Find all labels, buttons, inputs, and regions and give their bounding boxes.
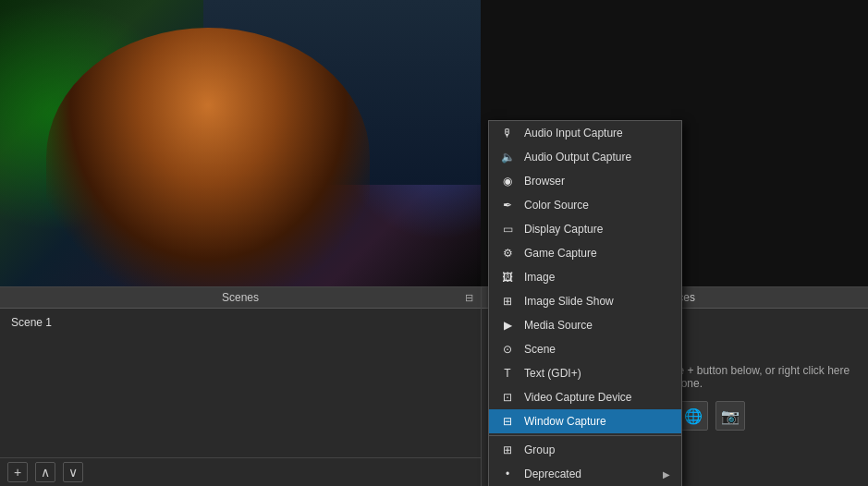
context-menu-item-audio-input-capture[interactable]: 🎙Audio Input Capture (489, 121, 681, 145)
context-menu-item-group[interactable]: ⊞Group (489, 438, 681, 462)
context-menu-item-media-source[interactable]: ▶Media Source (489, 313, 681, 337)
context-menu-item-window-capture[interactable]: ⊟Window Capture (489, 409, 681, 433)
window-capture-icon: ⊟ (500, 414, 515, 429)
context-menu-separator-1 (489, 435, 681, 436)
scenes-panel-title: Scenes (222, 291, 259, 304)
game-capture-icon: ⚙ (500, 246, 515, 261)
scenes-panel: Scenes ⊟ Scene 1 + ∧ ∨ (0, 286, 481, 486)
add-camera-source-button[interactable]: 📷 (715, 401, 745, 431)
scenes-panel-header: Scenes ⊟ (0, 287, 481, 309)
add-browser-source-button[interactable]: 🌐 (679, 401, 708, 431)
audio-output-capture-label: Audio Output Capture (524, 151, 670, 164)
media-source-icon: ▶ (500, 318, 515, 333)
display-capture-icon: ▭ (500, 222, 515, 237)
browser-label: Browser (524, 175, 670, 188)
scenes-panel-content: Scene 1 (0, 309, 481, 457)
audio-input-capture-icon: 🎙 (500, 126, 515, 140)
context-menu-item-image[interactable]: 🖼Image (489, 265, 681, 289)
person-silhouette (46, 28, 370, 286)
context-menu-item-browser[interactable]: ◉Browser (489, 169, 681, 193)
video-capture-device-label: Video Capture Device (524, 391, 670, 404)
group-icon: ⊞ (500, 443, 515, 457)
audio-output-capture-icon: 🔈 (500, 150, 515, 164)
text-gdi-label: Text (GDI+) (524, 367, 670, 380)
add-scene-button[interactable]: + (7, 462, 28, 482)
scene-item-1[interactable]: Scene 1 (4, 312, 477, 333)
text-gdi-icon: T (500, 366, 515, 381)
window-capture-label: Window Capture (524, 415, 670, 428)
game-capture-label: Game Capture (524, 247, 670, 260)
move-scene-down-button[interactable]: ∨ (63, 462, 83, 482)
video-capture-device-icon: ⊡ (500, 390, 515, 405)
scenes-panel-icon: ⊟ (465, 292, 473, 304)
color-source-label: Color Source (524, 199, 670, 212)
context-menu-item-display-capture[interactable]: ▭Display Capture (489, 217, 681, 241)
image-label: Image (524, 271, 670, 284)
image-slide-show-label: Image Slide Show (524, 295, 670, 308)
context-menu-item-image-slide-show[interactable]: ⊞Image Slide Show (489, 289, 681, 313)
image-icon: 🖼 (500, 270, 515, 285)
context-menu-item-deprecated[interactable]: •Deprecated▶ (489, 462, 681, 486)
media-source-label: Media Source (524, 319, 670, 332)
context-menu-item-scene[interactable]: ⊙Scene (489, 337, 681, 361)
deprecated-label: Deprecated (524, 468, 654, 480)
context-menu-item-color-source[interactable]: ✒Color Source (489, 193, 681, 217)
group-label: Group (524, 443, 670, 456)
audio-input-capture-label: Audio Input Capture (524, 127, 670, 140)
context-menu-item-audio-output-capture[interactable]: 🔈Audio Output Capture (489, 145, 681, 169)
scenes-toolbar: + ∧ ∨ (0, 457, 481, 486)
preview-area (0, 0, 481, 286)
deprecated-submenu-arrow: ▶ (663, 469, 670, 480)
scene-label: Scene (524, 343, 670, 356)
context-menu-item-video-capture-device[interactable]: ⊡Video Capture Device (489, 385, 681, 409)
display-capture-label: Display Capture (524, 223, 670, 236)
bottom-panels: Scenes ⊟ Scene 1 + ∧ ∨ Sources You don't… (0, 286, 868, 486)
color-source-icon: ✒ (500, 198, 515, 213)
scene-icon: ⊙ (500, 342, 515, 357)
move-scene-up-button[interactable]: ∧ (35, 462, 55, 482)
browser-icon: ◉ (500, 174, 515, 188)
context-menu: 🎙Audio Input Capture🔈Audio Output Captur… (488, 120, 682, 486)
preview-canvas (0, 0, 481, 286)
image-slide-show-icon: ⊞ (500, 294, 515, 309)
context-menu-item-text-gdi[interactable]: TText (GDI+) (489, 361, 681, 385)
deprecated-icon: • (500, 467, 515, 481)
context-menu-item-game-capture[interactable]: ⚙Game Capture (489, 241, 681, 265)
